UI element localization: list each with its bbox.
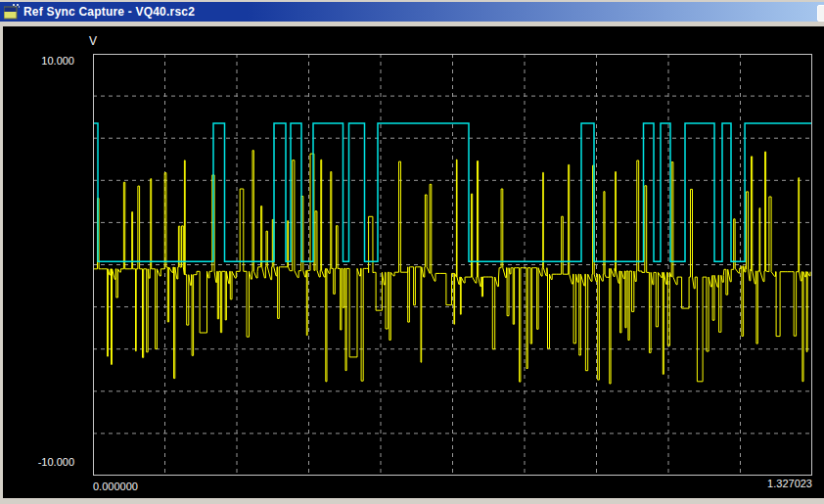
y-axis-unit-label: V [89, 34, 97, 48]
app-icon [4, 4, 20, 20]
y-axis-min-label: -10.000 [19, 456, 74, 468]
x-axis-min-label: 0.000000 [93, 481, 138, 492]
close-button[interactable] [817, 5, 824, 22]
x-axis-max-label: 1.327023 [722, 478, 812, 489]
ref-sync-capture-window: Ref Sync Capture - VQ40.rsc2 V 10.000 -1… [0, 0, 824, 504]
window-title: Ref Sync Capture - VQ40.rsc2 [23, 2, 195, 22]
waveform-plot [93, 54, 812, 476]
y-axis-max-label: 10.000 [19, 55, 74, 67]
plot-client-area: V 10.000 -10.000 0.000000 1.327023 [3, 26, 824, 498]
titlebar[interactable]: Ref Sync Capture - VQ40.rsc2 [0, 2, 824, 22]
